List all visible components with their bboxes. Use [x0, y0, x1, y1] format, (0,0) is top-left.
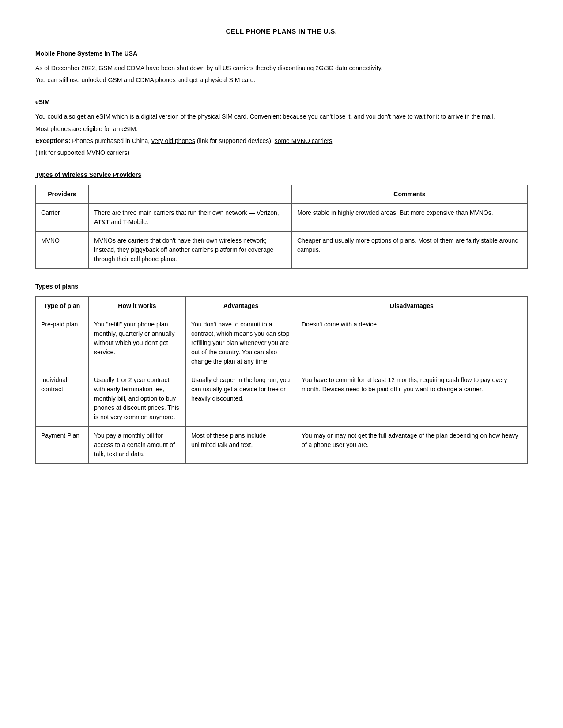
table-row: Individual contract Usually 1 or 2 year …	[36, 371, 528, 426]
wireless-providers-heading: Types of Wireless Service Providers	[35, 170, 528, 180]
table-row: MVNO MVNOs are carriers that don't have …	[36, 231, 528, 268]
esim-exceptions: Exceptions: Phones purchased in China, v…	[35, 136, 528, 146]
esim-link2[interactable]: some MVNO carriers	[275, 137, 333, 144]
tp-row3-type: Payment Plan	[36, 426, 89, 463]
esim-section: eSIM You could also get an eSIM which is…	[35, 98, 528, 158]
tp-row3-how: You pay a monthly bill for access to a c…	[89, 426, 186, 463]
esim-link1[interactable]: very old phones	[151, 137, 195, 144]
tp-row2-advantages: Usually cheaper in the long run, you can…	[186, 371, 296, 426]
tp-header-type: Type of plan	[36, 296, 89, 315]
wp-header-description	[89, 185, 292, 203]
wp-row1-description: There are three main carriers that run t…	[89, 203, 292, 231]
wp-header-comments: Comments	[292, 185, 528, 203]
tp-row1-type: Pre-paid plan	[36, 315, 89, 371]
mobile-systems-para2: You can still use unlocked GSM and CDMA …	[35, 75, 528, 85]
wp-row1-comments: More stable in highly crowded areas. But…	[292, 203, 528, 231]
types-of-plans-heading: Types of plans	[35, 282, 528, 291]
tp-header-advantages: Advantages	[186, 296, 296, 315]
wp-row1-provider: Carrier	[36, 203, 89, 231]
tp-row2-how: Usually 1 or 2 year contract with early …	[89, 371, 186, 426]
esim-link2-after: (link for supported MVNO carriers)	[35, 148, 528, 158]
tp-header-how: How it works	[89, 296, 186, 315]
exceptions-label: Exceptions:	[35, 137, 70, 144]
page-title: CELL PHONE PLANS IN THE U.S.	[35, 26, 528, 37]
table-row: Pre-paid plan You "refill" your phone pl…	[36, 315, 528, 371]
wireless-providers-table: Providers Comments Carrier There are thr…	[35, 185, 528, 269]
esim-para2: Most phones are eligible for an eSIM.	[35, 124, 528, 134]
tp-row1-disadvantages: Doesn't come with a device.	[296, 315, 528, 371]
esim-heading: eSIM	[35, 98, 528, 107]
tp-row3-disadvantages: You may or may not get the full advantag…	[296, 426, 528, 463]
mobile-systems-section: Mobile Phone Systems In The USA As of De…	[35, 49, 528, 85]
table-row: Payment Plan You pay a monthly bill for …	[36, 426, 528, 463]
tp-row3-advantages: Most of these plans include unlimited ta…	[186, 426, 296, 463]
types-of-plans-table: Type of plan How it works Advantages Dis…	[35, 296, 528, 464]
exceptions-text: Phones purchased in China,	[72, 137, 150, 144]
wireless-providers-section: Types of Wireless Service Providers Prov…	[35, 170, 528, 269]
tp-row2-disadvantages: You have to commit for at least 12 month…	[296, 371, 528, 426]
tp-header-disadvantages: Disadvantages	[296, 296, 528, 315]
wp-row2-comments: Cheaper and usually more options of plan…	[292, 231, 528, 268]
mobile-systems-heading: Mobile Phone Systems In The USA	[35, 49, 528, 58]
table-row: Carrier There are three main carriers th…	[36, 203, 528, 231]
mobile-systems-para1: As of December 2022, GSM and CDMA have b…	[35, 64, 528, 73]
types-of-plans-section: Types of plans Type of plan How it works…	[35, 282, 528, 464]
wp-row2-provider: MVNO	[36, 231, 89, 268]
tp-row1-advantages: You don't have to commit to a contract, …	[186, 315, 296, 371]
tp-row2-type: Individual contract	[36, 371, 89, 426]
esim-para1: You could also get an eSIM which is a di…	[35, 112, 528, 122]
esim-link1-after: (link for supported devices),	[197, 137, 273, 144]
wp-row2-description: MVNOs are carriers that don't have their…	[89, 231, 292, 268]
tp-row1-how: You "refill" your phone plan monthly, qu…	[89, 315, 186, 371]
wp-header-providers: Providers	[36, 185, 89, 203]
